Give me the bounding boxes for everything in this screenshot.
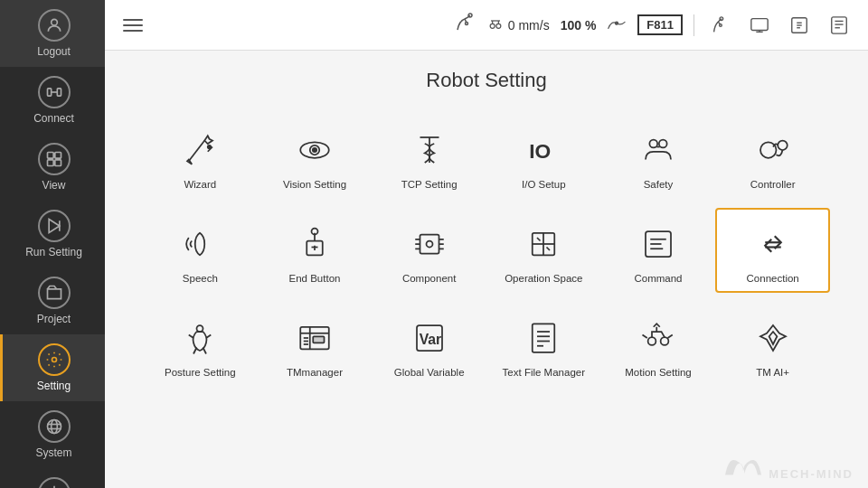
posture-label: Posture Setting: [165, 367, 236, 378]
run-setting-label: Run Setting: [25, 246, 82, 258]
speed-value: 0 mm/s: [508, 18, 550, 33]
setting-end-button[interactable]: End Button: [258, 208, 373, 293]
global-var-icon: Var: [410, 316, 448, 360]
safety-label: Safety: [644, 179, 674, 190]
svg-point-10: [52, 358, 56, 362]
svg-rect-4: [47, 153, 53, 159]
svg-point-48: [649, 140, 657, 148]
sidebar-item-setting[interactable]: Setting: [0, 334, 105, 401]
svg-line-92: [642, 335, 646, 339]
svg-rect-34: [832, 16, 847, 33]
tcp-label: TCP Setting: [401, 179, 458, 190]
svg-line-73: [203, 348, 207, 354]
setting-tmmanager[interactable]: TMmanager: [258, 302, 373, 387]
sidebar-item-project[interactable]: Project: [0, 267, 105, 334]
svg-rect-7: [54, 160, 61, 166]
svg-marker-93: [760, 325, 786, 351]
settings-grid: Wizard Vision Setting: [143, 114, 830, 387]
tmmanager-icon: [296, 316, 334, 360]
controller-icon: [754, 128, 792, 172]
setting-motion[interactable]: Motion Setting: [601, 302, 716, 387]
safety-icon: [639, 128, 677, 172]
svg-point-14: [51, 420, 57, 434]
setting-operation-space[interactable]: Operation Space: [486, 208, 601, 293]
svg-point-24: [720, 16, 723, 20]
doc-button[interactable]: [825, 11, 854, 40]
setting-io[interactable]: IO I/O Setup: [486, 114, 601, 199]
setting-command[interactable]: Command: [601, 208, 716, 293]
connection-label: Connection: [747, 273, 799, 284]
sidebar-item-shutdown[interactable]: Shutdown: [0, 468, 105, 488]
svg-rect-27: [751, 18, 768, 30]
robot-arm-icon: [454, 12, 476, 38]
percent-value: 100 %: [561, 18, 597, 33]
svg-point-11: [47, 420, 61, 434]
setting-controller[interactable]: Controller: [715, 114, 830, 199]
svg-point-0: [51, 19, 57, 25]
sidebar-item-logout[interactable]: Logout: [0, 0, 105, 67]
setting-component[interactable]: Component: [372, 208, 486, 293]
svg-point-49: [659, 140, 667, 148]
sidebar-item-connect[interactable]: Connect: [0, 67, 105, 134]
posture-icon: [181, 316, 219, 360]
wizard-icon: [181, 128, 219, 172]
display-button[interactable]: [745, 11, 774, 40]
setting-vision[interactable]: Vision Setting: [258, 114, 373, 199]
project-label: Project: [37, 313, 71, 325]
svg-line-38: [189, 141, 205, 162]
info-button[interactable]: [785, 11, 814, 40]
setting-connection[interactable]: Connection: [715, 208, 830, 293]
tcp-icon: [410, 128, 448, 172]
sidebar-item-view[interactable]: View: [0, 134, 105, 201]
svg-point-23: [616, 22, 618, 24]
wizard-label: Wizard: [184, 179, 216, 190]
robot-config-button[interactable]: [705, 11, 734, 40]
view-icon: [38, 143, 71, 175]
setting-label: Setting: [37, 380, 71, 392]
sidebar-item-run-setting[interactable]: Run Setting: [0, 201, 105, 267]
setting-global-var[interactable]: Var Global Variable: [372, 302, 486, 387]
sidebar: Logout Connect View Run Setting: [0, 0, 105, 488]
project-icon: [38, 277, 71, 309]
end-button-icon: [296, 222, 334, 266]
svg-marker-94: [769, 332, 777, 344]
setting-safety[interactable]: Safety: [601, 114, 716, 199]
speed-icon: [607, 18, 627, 33]
component-label: Component: [402, 273, 456, 284]
header-divider: [693, 14, 694, 36]
content-area: Robot Setting Wizard: [105, 51, 868, 488]
logout-icon: [38, 9, 71, 42]
sidebar-item-system[interactable]: System: [0, 401, 105, 468]
speed-display: 0 mm/s: [486, 18, 550, 33]
command-label: Command: [634, 273, 682, 284]
svg-line-72: [193, 348, 197, 354]
connect-label: Connect: [33, 112, 74, 125]
text-file-icon: [524, 316, 562, 360]
motion-label: Motion Setting: [625, 367, 692, 378]
tmai-icon: [754, 316, 792, 360]
vision-icon: [296, 128, 334, 172]
setting-tcp[interactable]: TCP Setting: [372, 114, 486, 199]
svg-marker-8: [49, 220, 60, 233]
setting-wizard[interactable]: Wizard: [143, 114, 258, 199]
svg-point-52: [778, 141, 788, 151]
system-icon: [38, 410, 71, 443]
badge-value: F811: [637, 14, 683, 35]
menu-button[interactable]: [119, 15, 146, 35]
setting-tmai[interactable]: TM AI+: [715, 302, 830, 387]
svg-point-41: [208, 145, 212, 149]
global-var-label: Global Variable: [394, 367, 465, 378]
svg-point-88: [648, 337, 656, 345]
setting-posture[interactable]: Posture Setting: [143, 302, 258, 387]
operation-space-label: Operation Space: [505, 273, 582, 284]
svg-point-17: [465, 23, 467, 25]
svg-rect-58: [420, 235, 439, 254]
setting-text-file[interactable]: Text File Manager: [486, 302, 601, 387]
svg-point-59: [426, 241, 432, 248]
svg-text:Var: Var: [419, 332, 441, 347]
setting-speech[interactable]: Speech: [143, 208, 258, 293]
run-setting-icon: [38, 210, 71, 242]
connection-icon: [754, 222, 792, 266]
svg-point-44: [313, 148, 316, 152]
motion-icon: [639, 316, 677, 360]
